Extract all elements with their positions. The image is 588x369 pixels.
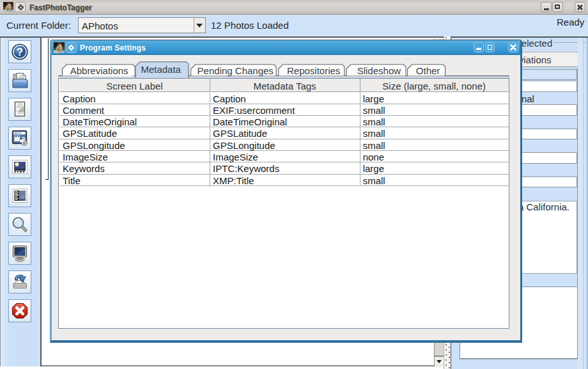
svg-text:?: ?	[17, 46, 23, 58]
